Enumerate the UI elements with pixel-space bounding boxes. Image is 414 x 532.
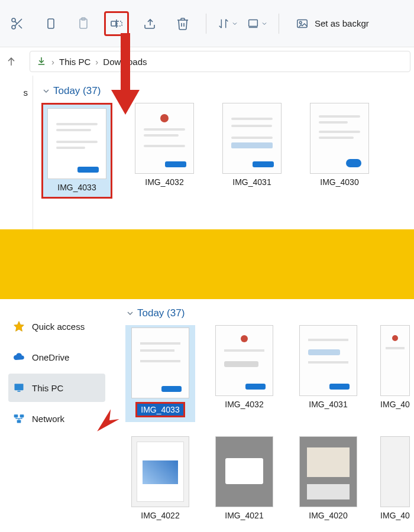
- file-thumbnail: [222, 103, 282, 174]
- file-label-editing[interactable]: IMG_4033: [135, 402, 185, 417]
- download-icon: [36, 56, 47, 68]
- arrow-up-icon: [5, 56, 17, 67]
- sidebar-item-this-pc[interactable]: This PC: [8, 374, 105, 402]
- lower-panel: Quick access OneDrive This PC Network To…: [0, 299, 414, 532]
- file-item[interactable]: IMG_40: [377, 436, 413, 520]
- file-thumbnail: [135, 103, 194, 174]
- view-dropdown[interactable]: [247, 17, 268, 30]
- file-pane-lower: Today (37) IMG_4033 I: [111, 299, 414, 532]
- svg-rect-21: [18, 391, 21, 392]
- set-background-button[interactable]: Set as backgr: [296, 17, 369, 30]
- breadcrumb[interactable]: › This PC › Downloads: [30, 51, 410, 72]
- file-item[interactable]: IMG_4030: [304, 103, 375, 199]
- rename-button[interactable]: [104, 11, 129, 36]
- file-item[interactable]: IMG_4020: [293, 436, 363, 520]
- file-label: IMG_4022: [141, 511, 179, 520]
- sidebar-item-quick-access[interactable]: Quick access: [8, 312, 105, 340]
- file-label: IMG_40: [380, 400, 410, 409]
- file-label: IMG_4020: [309, 511, 347, 520]
- file-item[interactable]: IMG_4033: [125, 325, 195, 422]
- svg-rect-20: [15, 384, 24, 390]
- svg-point-1: [12, 25, 15, 29]
- file-thumbnail: [380, 325, 410, 396]
- file-thumbnail: [215, 325, 273, 396]
- nav-sidebar: Quick access OneDrive This PC Network: [0, 299, 111, 532]
- svg-rect-22: [14, 414, 18, 417]
- file-label: IMG_40: [380, 511, 410, 520]
- sidebar-item-network[interactable]: Network: [8, 404, 105, 433]
- cut-button[interactable]: [5, 11, 30, 36]
- file-item[interactable]: IMG_4032: [129, 103, 200, 199]
- file-grid-lower: IMG_4033 IMG_4032 IMG_4031: [117, 325, 414, 520]
- svg-rect-23: [20, 414, 24, 417]
- svg-point-15: [299, 21, 302, 24]
- svg-rect-24: [17, 420, 21, 423]
- sidebar-item-label: Quick access: [32, 322, 85, 332]
- svg-rect-8: [111, 21, 116, 26]
- group-header[interactable]: Today (37): [125, 307, 414, 319]
- scissors-icon: [10, 17, 24, 31]
- svg-rect-12: [249, 20, 258, 26]
- svg-line-4: [15, 21, 17, 24]
- copy-button[interactable]: [38, 11, 63, 36]
- layout-icon: [247, 17, 260, 30]
- rename-icon: [109, 17, 124, 31]
- up-button[interactable]: [4, 54, 19, 69]
- file-thumbnail: [215, 436, 273, 507]
- file-label: IMG_4032: [145, 177, 183, 187]
- file-label: IMG_4030: [320, 177, 358, 187]
- group-header[interactable]: Today (37): [41, 85, 408, 97]
- copy-icon: [43, 17, 57, 31]
- file-item[interactable]: IMG_4033: [41, 103, 112, 199]
- address-bar-row: › This PC › Downloads: [0, 47, 414, 76]
- sort-dropdown[interactable]: [217, 17, 238, 30]
- chevron-down-icon: [125, 309, 135, 318]
- file-item[interactable]: IMG_4032: [209, 325, 279, 422]
- svg-rect-5: [48, 19, 54, 28]
- file-item[interactable]: IMG_40: [377, 325, 413, 422]
- command-toolbar: Set as backgr: [0, 0, 414, 47]
- set-background-label: Set as backgr: [315, 18, 369, 28]
- sidebar-item-onedrive[interactable]: OneDrive: [8, 343, 105, 371]
- group-label: Today (37): [137, 307, 185, 319]
- paste-button[interactable]: [71, 11, 96, 36]
- share-button[interactable]: [137, 11, 162, 36]
- file-label: IMG_4021: [225, 511, 263, 520]
- file-label: IMG_4031: [232, 177, 271, 187]
- svg-marker-19: [14, 322, 24, 332]
- breadcrumb-separator: ›: [95, 57, 98, 67]
- file-item[interactable]: IMG_4031: [293, 325, 363, 422]
- file-thumbnail: [131, 327, 189, 398]
- sort-icon: [217, 17, 230, 30]
- cloud-icon: [13, 351, 25, 363]
- file-item[interactable]: IMG_4031: [216, 103, 287, 199]
- network-icon: [13, 413, 25, 424]
- file-thumbnail: [310, 103, 369, 174]
- share-icon: [143, 17, 157, 31]
- breadcrumb-segment[interactable]: This PC: [59, 57, 90, 67]
- clipboard-icon: [76, 17, 90, 31]
- file-thumbnail: [299, 436, 357, 507]
- svg-line-3: [18, 25, 22, 28]
- star-icon: [13, 320, 25, 332]
- chevron-down-icon: [41, 86, 51, 96]
- breadcrumb-separator: ›: [51, 57, 54, 67]
- svg-rect-9: [117, 21, 122, 26]
- file-label: IMG_4032: [225, 400, 263, 409]
- file-thumbnail: [47, 108, 106, 179]
- annotation-divider: [0, 229, 414, 299]
- file-item[interactable]: IMG_4022: [125, 436, 195, 520]
- file-thumbnail: [131, 436, 189, 507]
- group-label: Today (37): [53, 85, 101, 97]
- sidebar-item-label: Network: [32, 414, 64, 424]
- delete-button[interactable]: [170, 11, 195, 36]
- breadcrumb-segment[interactable]: Downloads: [103, 57, 147, 67]
- file-label: IMG_4033: [57, 183, 96, 192]
- file-thumbnail: [380, 436, 410, 507]
- file-grid-upper: IMG_4033 IMG_4032 IMG_4031 IM: [35, 103, 408, 199]
- file-thumbnail: [299, 325, 357, 396]
- chevron-down-icon: [231, 20, 238, 27]
- toolbar-separator: [206, 14, 206, 34]
- sidebar-item-label: OneDrive: [32, 352, 69, 362]
- file-item[interactable]: IMG_4021: [209, 436, 279, 520]
